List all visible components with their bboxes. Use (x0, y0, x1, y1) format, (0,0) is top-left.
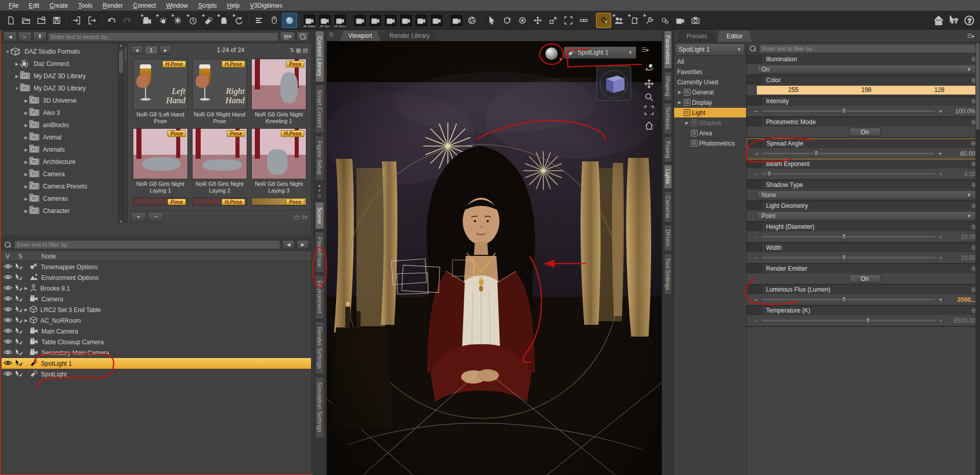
viewport-tab-viewport[interactable]: Viewport (340, 31, 380, 41)
param-toggle-button[interactable]: On (849, 274, 881, 283)
param-dropdown[interactable]: On▼ (757, 65, 976, 74)
param-group-photometrics[interactable]: GPhotometrics (674, 138, 746, 149)
expand-arrow-icon[interactable]: ▶ (23, 123, 29, 128)
menu-file[interactable]: File (4, 1, 23, 10)
tab-lights[interactable]: Lights (664, 164, 672, 188)
folder-open-icon[interactable]: 🗀 (294, 213, 300, 221)
viewcube[interactable] (596, 66, 631, 101)
selectable-cursor-icon[interactable] (15, 327, 22, 336)
param-value[interactable]: 10.00 (946, 254, 976, 262)
new-spotlight-icon[interactable]: + (201, 13, 216, 28)
tab-powerpose[interactable]: PowerPose (315, 231, 324, 273)
tab-simulation-settings[interactable]: Simulation Settings (315, 376, 324, 438)
tab-dform[interactable]: DForm (664, 225, 672, 251)
orbit-icon[interactable] (644, 63, 655, 73)
slider-decrement[interactable]: − (754, 150, 759, 157)
content-thumbnail-partial[interactable]: H.Pose (192, 198, 247, 205)
new-group-icon[interactable]: + (231, 13, 247, 28)
frame-tool-icon[interactable] (561, 13, 576, 28)
home-view-icon[interactable] (644, 121, 654, 132)
param-slider[interactable] (762, 320, 935, 321)
ds-home-icon[interactable]: DS (931, 13, 946, 28)
wrench-icon[interactable]: + (642, 13, 657, 28)
nav-up-button[interactable]: ⬆ (33, 32, 46, 42)
grid-icon[interactable] (449, 13, 464, 28)
param-value[interactable]: 2000... (946, 296, 976, 303)
tab-scene[interactable]: Scene (315, 202, 324, 230)
param-value[interactable]: 10.00 (946, 233, 976, 241)
tree-item-aniblocks[interactable]: ▶saniBlocks (2, 119, 118, 131)
visibility-eye-icon[interactable] (4, 317, 12, 325)
scene-node-secondary-main-camera[interactable]: Secondary Main Camera (2, 347, 311, 358)
tree-item-camera[interactable]: ▶sCamera (2, 168, 118, 180)
collapse-arrow-icon[interactable]: ▼ (5, 50, 11, 54)
surface-bucket-icon[interactable] (596, 13, 611, 28)
content-thumbnail-partial[interactable]: Pose (251, 198, 306, 205)
viewport-options-icon[interactable]: ☰▸ (641, 46, 649, 53)
slider-increment[interactable]: + (938, 296, 943, 303)
expand-arrow-icon[interactable]: ▶ (14, 74, 20, 79)
param-slider[interactable] (762, 153, 935, 154)
view-options-button[interactable]: ▤▾ (280, 32, 295, 42)
expand-arrow-icon[interactable]: ▶ (23, 209, 29, 213)
new-null-icon[interactable]: + (185, 13, 201, 28)
nav-back-button[interactable]: ◄ (4, 32, 17, 42)
param-value[interactable]: 60.00 (946, 150, 975, 157)
content-thumbnail[interactable]: RightHandH.PoseNoR G8 !Right Hand Pose (192, 59, 247, 125)
tree-item-my-daz-3d-library[interactable]: ▶sMy DAZ 3D Library (2, 70, 118, 82)
tree-item-character[interactable]: ▶sCharacter (2, 205, 118, 217)
selectable-cursor-icon[interactable] (15, 348, 22, 357)
slider-decrement[interactable]: − (754, 317, 759, 324)
page-next-button[interactable]: ► (159, 45, 172, 55)
slider-increment[interactable]: + (938, 108, 943, 115)
new-point-light-icon[interactable]: + (170, 13, 185, 28)
tree-item-cameras[interactable]: ▶sCameras (2, 193, 118, 205)
tab-cameras[interactable]: Cameras (664, 191, 672, 223)
parameters-node-selector[interactable]: SpotLight 1 ▼ (675, 43, 745, 56)
list-view-icon[interactable]: ▤ (303, 47, 308, 54)
tree-item-3d-universe[interactable]: ▶s3D Universe (2, 94, 118, 107)
selectable-cursor-icon[interactable] (15, 316, 22, 325)
selectable-cursor-icon[interactable] (15, 370, 22, 378)
new-distant-light-icon[interactable]: + (155, 13, 170, 28)
new-primitive-icon[interactable]: + (216, 13, 231, 28)
param-group-display[interactable]: ▶GDisplay (674, 98, 746, 108)
slider-decrement[interactable]: − (754, 296, 759, 303)
nav-forward-button[interactable]: ► (18, 32, 32, 42)
menu-connect[interactable]: Connect (128, 1, 160, 10)
twist-tool-icon[interactable] (515, 13, 530, 28)
merge-folder-icon[interactable] (34, 13, 49, 28)
viewport-tab-render-library[interactable]: Render Library (381, 31, 438, 41)
tab-parameters[interactable]: Parameters (664, 31, 672, 69)
scene-column-s[interactable]: S (14, 253, 27, 260)
folder-link-icon[interactable]: 🗁 (302, 213, 308, 221)
rotate-tool-icon[interactable] (499, 13, 515, 28)
tree-item-architecture[interactable]: ▶sArchitecture (2, 156, 118, 168)
tab-render-settings[interactable]: Render Settings (315, 321, 324, 374)
add-content-button[interactable]: + (131, 212, 146, 222)
page-prev-button[interactable]: ◄ (131, 45, 143, 55)
tree-item-aiko-3[interactable]: ▶sAiko 3 (2, 107, 118, 119)
slider-increment[interactable]: + (938, 317, 943, 324)
help-circle-icon[interactable]: ? (962, 13, 977, 28)
pan-icon[interactable] (644, 79, 654, 90)
param-group-favorites[interactable]: Favorites (674, 67, 746, 77)
export-icon[interactable] (84, 13, 100, 28)
tab-posing[interactable]: Posing (664, 136, 672, 163)
sort-icon[interactable]: ⇅ (290, 47, 294, 54)
translate-tool-icon[interactable] (530, 13, 545, 28)
param-group-light[interactable]: ▼GLight (674, 108, 746, 118)
viewport-camera-selector[interactable]: SpotLight 1 ▼ (564, 46, 636, 59)
jug-icon[interactable]: + (627, 13, 642, 28)
menu-help[interactable]: Help (223, 1, 245, 10)
param-group-shadow[interactable]: ▶GShadow (674, 118, 746, 128)
collapse-arrow-icon[interactable]: ▼ (14, 86, 20, 91)
clip6-icon[interactable] (429, 13, 444, 28)
content-thumbnail-partial[interactable]: Pose (133, 198, 188, 205)
save-icon[interactable] (49, 13, 64, 28)
visibility-eye-icon[interactable] (4, 327, 12, 336)
node-select-icon[interactable] (484, 13, 499, 28)
menu-v3digitimes[interactable]: V3Digitimes (245, 1, 287, 10)
undo-icon[interactable] (104, 13, 119, 28)
expand-arrow-icon[interactable]: ▶ (23, 111, 29, 115)
